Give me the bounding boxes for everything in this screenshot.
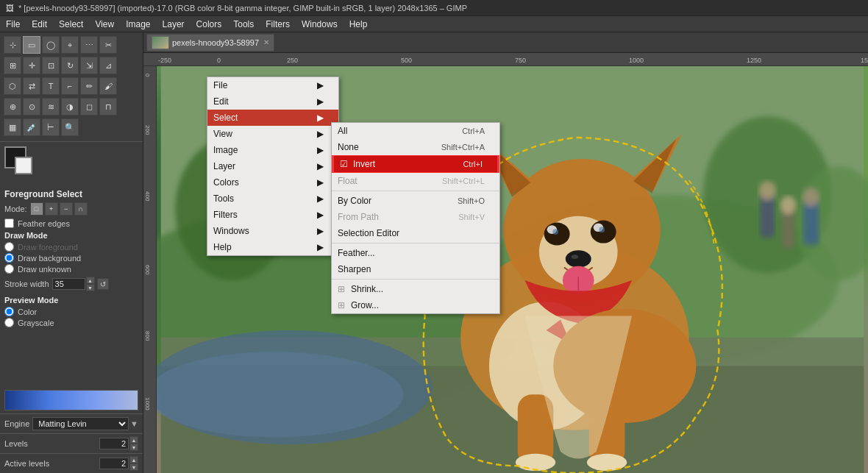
ctx-filters[interactable]: Filters ▶ [207,207,338,223]
tool-shear[interactable]: ⊿ [99,57,117,74]
active-levels-increment-btn[interactable]: ▲ [129,456,138,463]
levels-input[interactable] [99,438,129,449]
tool-fuzzy-select[interactable]: ⋯ [80,36,98,54]
tool-color-picker[interactable]: 💉 [23,118,40,136]
tool-heal[interactable]: ⊕ [4,98,21,115]
select-by-color[interactable]: By Color Shift+O [332,193,499,209]
select-selection-editor[interactable]: Selection Editor [332,225,499,241]
image-canvas[interactable]: File ▶ Edit ▶ Select ▶ [157,66,868,473]
tool-clone[interactable]: ⊙ [23,98,40,115]
ctx-tools[interactable]: Tools ▶ [207,191,338,207]
preview-color-radio[interactable] [4,307,14,316]
tool-scissors[interactable]: ✂ [99,36,117,54]
tool-move[interactable]: ✛ [23,57,40,74]
grow-icon: ⊞ [338,300,348,310]
select-none-shortcut: Shift+Ctrl+A [441,143,485,152]
menu-view[interactable]: View [89,18,120,31]
select-from-path-shortcut: Shift+V [458,213,485,221]
ctx-help[interactable]: Help ▶ [207,239,338,255]
tool-measure[interactable]: ⊢ [42,118,60,136]
select-none[interactable]: None Shift+Ctrl+A [332,139,499,155]
tool-dodge[interactable]: ◑ [61,98,79,115]
preview-grayscale-radio[interactable] [4,318,14,327]
ctx-windows[interactable]: Windows ▶ [207,223,338,239]
svg-point-13 [780,196,796,215]
tool-rotate[interactable]: ↻ [61,57,79,74]
ctx-view[interactable]: View ▶ [207,126,338,142]
ctx-filters-label: Filters [213,210,302,220]
menu-layer[interactable]: Layer [157,18,191,31]
menu-edit[interactable]: Edit [26,18,53,31]
menu-help[interactable]: Help [344,18,374,31]
mode-subtract[interactable]: − [60,202,73,216]
gradient-bar[interactable] [4,390,138,410]
ctx-select-arrow: ▶ [317,113,324,123]
tool-rect-select[interactable]: ▭ [23,36,40,54]
tool-pencil[interactable]: ✏ [80,77,98,95]
stroke-width-input[interactable] [52,278,85,290]
mode-intersect[interactable]: ∩ [74,202,88,216]
select-invert[interactable]: ☑ Invert Ctrl+I [332,155,499,173]
select-grow[interactable]: ⊞ Grow... [332,297,499,313]
active-levels-input[interactable] [99,458,129,469]
horizontal-ruler: -250 0 250 500 750 1000 1250 1500 [143,53,868,66]
tool-free-select[interactable]: ⌖ [61,36,79,54]
ctx-layer[interactable]: Layer ▶ [207,158,338,174]
tool-crop[interactable]: ⊡ [42,57,60,74]
select-all[interactable]: All Ctrl+A [332,123,499,139]
tool-flip[interactable]: ⇄ [23,77,40,95]
draw-background-radio[interactable] [4,253,14,263]
draw-foreground-radio[interactable] [4,242,14,252]
tool-blend[interactable]: ▦ [4,118,21,136]
menu-windows[interactable]: Windows [296,18,344,31]
main-layout: ⊹ ▭ ◯ ⌖ ⋯ ✂ ⊞ ✛ ⊡ ↻ ⇲ ⊿ ⬡ ⇄ T ⌐ ✏ 🖌 [0,32,868,473]
tool-align[interactable]: ⊞ [4,57,21,74]
ctx-edit[interactable]: Edit ▶ [207,93,338,110]
tool-path[interactable]: ⌐ [61,77,79,95]
tool-scale[interactable]: ⇲ [80,57,98,74]
ctx-image[interactable]: Image ▶ [207,142,338,158]
levels-decrement-btn[interactable]: ▼ [129,444,138,451]
feather-edges-checkbox[interactable] [4,218,14,228]
active-levels-decrement-btn[interactable]: ▼ [129,463,138,471]
engine-dropdown-icon: ▼ [130,419,138,428]
select-invert-label: Invert [353,159,441,169]
menu-colors[interactable]: Colors [191,18,228,31]
background-color-swatch[interactable] [15,157,32,174]
stroke-decrement-btn[interactable]: ▼ [86,284,95,291]
menu-image[interactable]: Image [120,18,156,31]
tab-close-btn[interactable]: ✕ [263,38,269,46]
tool-zoom[interactable]: 🔍 [61,118,79,136]
tool-perspective[interactable]: ⬡ [4,77,21,95]
mode-replace[interactable]: □ [30,202,43,216]
ctx-colors[interactable]: Colors ▶ [207,174,338,191]
engine-select[interactable]: Matting Levin Global Matting [32,417,129,430]
tool-options-title: Foreground Select [4,189,138,199]
select-feather[interactable]: Feather... [332,245,499,261]
ctx-file[interactable]: File ▶ [207,77,338,93]
tool-eraser[interactable]: ◻ [80,98,98,115]
tool-ellipse-select[interactable]: ◯ [42,36,60,54]
menu-select[interactable]: Select [53,18,89,31]
menu-filters[interactable]: Filters [260,18,296,31]
levels-increment-btn[interactable]: ▲ [129,436,138,444]
tool-pointer[interactable]: ⊹ [4,36,21,54]
stroke-reset-btn[interactable]: ↺ [97,278,109,290]
select-sharpen[interactable]: Sharpen [332,261,499,277]
menu-tools[interactable]: Tools [227,18,260,31]
menu-file[interactable]: File [0,18,26,31]
tool-text[interactable]: T [42,77,60,95]
tool-icons-area: ⊹ ▭ ◯ ⌖ ⋯ ✂ ⊞ ✛ ⊡ ↻ ⇲ ⊿ ⬡ ⇄ T ⌐ ✏ 🖌 [0,32,143,142]
invert-check-icon: ☑ [340,159,350,169]
mode-add[interactable]: + [45,202,58,216]
tool-smudge[interactable]: ≋ [42,98,60,115]
preview-mode-group: Color Grayscale [4,307,138,327]
draw-unknown-radio[interactable] [4,264,14,274]
select-shrink[interactable]: ⊞ Shrink... [332,281,499,297]
image-tab[interactable]: pexels-hnoody93-58997 ✕ [146,34,274,51]
ctx-select[interactable]: Select ▶ [207,110,338,126]
tool-paint[interactable]: 🖌 [99,77,117,95]
stroke-increment-btn[interactable]: ▲ [86,277,95,284]
ctx-windows-label: Windows [213,226,302,236]
tool-bucket[interactable]: ⊓ [99,98,117,115]
